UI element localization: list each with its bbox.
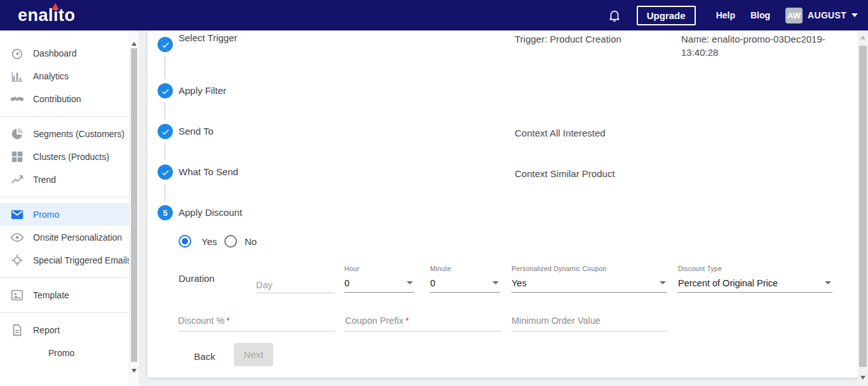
bar-chart-icon	[10, 69, 24, 83]
step-connector	[165, 184, 165, 201]
discount-percent-input[interactable]: Discount %*	[178, 316, 335, 331]
step-connector	[165, 102, 165, 119]
chevron-down-icon[interactable]	[851, 13, 858, 17]
crosshair-icon	[10, 253, 24, 267]
send-to-context-summary: Context All Interested	[515, 126, 705, 140]
upgrade-button[interactable]: Upgrade	[637, 6, 696, 25]
apply-discount-yes-label[interactable]: Yes	[201, 236, 217, 247]
sidebar-item-clusters[interactable]: Clusters (Products)	[0, 145, 129, 168]
page-scrollbar-thumb[interactable]	[859, 46, 867, 367]
scroll-down-icon[interactable]	[860, 376, 865, 380]
sidebar-item-template[interactable]: Template	[0, 284, 129, 307]
handshake-icon	[10, 92, 24, 106]
top-navbar: enalito Upgrade Help Blog AW AUGUST	[0, 0, 868, 30]
dropdown-caret-icon	[660, 281, 666, 284]
hour-value: 0	[344, 278, 349, 288]
step-2-check-icon[interactable]	[158, 83, 173, 98]
sidebar-item-label: Onsite Personalization	[33, 232, 122, 243]
document-icon	[10, 323, 24, 337]
sidebar-item-segments[interactable]: Segments (Customers)	[0, 123, 129, 145]
dashboard-icon	[10, 46, 24, 60]
main-area: Select Trigger Trigger: Product Creation…	[147, 30, 858, 386]
user-menu[interactable]: AUGUST	[808, 10, 846, 20]
divider	[0, 277, 129, 278]
sidebar-item-label: Promo	[33, 210, 59, 220]
apply-discount-no-radio[interactable]	[224, 235, 237, 248]
step-1-check-icon[interactable]	[158, 37, 173, 52]
sidebar-item-analytics[interactable]: Analytics	[0, 65, 129, 88]
divider	[0, 197, 129, 197]
step-3-label[interactable]: Send To	[179, 125, 214, 138]
bell-icon[interactable]	[607, 8, 621, 22]
logo[interactable]: enalito	[18, 0, 76, 30]
sidebar-content-gap	[139, 30, 147, 386]
sidebar-item-dashboard[interactable]: Dashboard	[0, 42, 129, 65]
minute-select[interactable]: 0	[430, 277, 500, 293]
personalized-dynamic-coupon-select[interactable]: Yes	[512, 277, 667, 293]
hour-select[interactable]: 0	[344, 277, 414, 293]
avatar[interactable]: AW	[785, 8, 803, 23]
minimum-order-value-label: Minimum Order Value	[512, 316, 600, 326]
step-5-number-badge[interactable]: 5	[158, 205, 173, 220]
step-4-check-icon[interactable]	[158, 164, 173, 180]
minute-field: Minute 0	[430, 265, 500, 293]
back-button[interactable]: Back	[186, 345, 224, 368]
scroll-up-icon[interactable]	[860, 36, 865, 39]
sidebar-scrollbar	[129, 30, 139, 386]
step-4-label[interactable]: What To Send	[179, 166, 238, 178]
step-5-label[interactable]: Apply Discount	[179, 206, 242, 219]
grid-icon	[10, 150, 24, 164]
day-field	[256, 277, 335, 293]
coupon-prefix-label: Coupon Prefix	[345, 316, 403, 326]
day-input[interactable]	[256, 277, 335, 293]
coupon-prefix-input[interactable]: Coupon Prefix*	[345, 316, 502, 331]
sidebar-scrollbar-thumb[interactable]	[131, 48, 137, 362]
minimum-order-value-input[interactable]: Minimum Order Value	[512, 316, 668, 331]
step-1-label[interactable]: Select Trigger	[179, 32, 238, 44]
campaign-name-summary: Name: enalito-promo-03Dec2019-13:40:28	[681, 32, 831, 59]
sidebar-item-label: Dashboard	[33, 48, 77, 58]
dropdown-caret-icon	[492, 281, 499, 284]
sidebar-item-onsite-personalization[interactable]: Onsite Personalization	[0, 226, 129, 249]
personalized-dynamic-coupon-field: Personalized Dynamic Coupon Yes	[512, 265, 667, 293]
duration-label: Duration	[179, 273, 215, 284]
divider	[0, 312, 129, 313]
sidebar-item-report-promo[interactable]: Promo	[0, 342, 129, 364]
dropdown-caret-icon	[825, 281, 831, 284]
personalized-dynamic-coupon-value: Yes	[512, 278, 527, 288]
sidebar-item-label: Special Triggered Emails	[33, 255, 132, 265]
scroll-down-icon[interactable]	[132, 369, 137, 373]
sidebar-item-trend[interactable]: Trend	[0, 168, 129, 191]
sidebar-item-contribution[interactable]: Contribution	[0, 88, 129, 110]
page-scrollbar	[858, 30, 868, 386]
discount-percent-label: Discount %	[178, 316, 224, 326]
image-icon	[10, 288, 24, 302]
blog-link[interactable]: Blog	[743, 5, 778, 25]
sidebar-item-label: Template	[33, 290, 69, 300]
step-2-label[interactable]: Apply Filter	[179, 84, 226, 97]
scroll-up-icon[interactable]	[132, 42, 137, 46]
apply-discount-yes-radio[interactable]	[179, 235, 191, 248]
sidebar-item-report[interactable]: Report	[0, 319, 129, 342]
what-to-send-context-summary: Context Similar Product	[515, 167, 705, 180]
hour-label: Hour	[344, 265, 414, 272]
sidebar-item-label: Promo	[48, 348, 74, 358]
sidebar-item-special-triggered-emails[interactable]: Special Triggered Emails	[0, 249, 129, 272]
sidebar-item-label: Analytics	[33, 71, 69, 81]
discount-type-select[interactable]: Percent of Original Price	[678, 277, 832, 293]
next-button[interactable]: Next	[234, 343, 273, 366]
trend-line-icon	[10, 173, 24, 187]
dropdown-caret-icon	[407, 281, 413, 284]
envelope-icon	[10, 208, 24, 222]
step-3-check-icon[interactable]	[158, 124, 173, 139]
help-link[interactable]: Help	[709, 5, 743, 25]
hour-field: Hour 0	[344, 265, 414, 293]
trigger-summary: Trigger: Product Creation	[515, 32, 667, 46]
apply-discount-no-label[interactable]: No	[245, 236, 257, 247]
minute-value: 0	[430, 278, 435, 288]
step-connector	[165, 56, 165, 79]
divider	[0, 116, 129, 117]
sidebar-item-label: Trend	[33, 175, 56, 185]
step-connector	[165, 143, 165, 160]
sidebar-item-promo[interactable]: Promo	[0, 203, 129, 226]
